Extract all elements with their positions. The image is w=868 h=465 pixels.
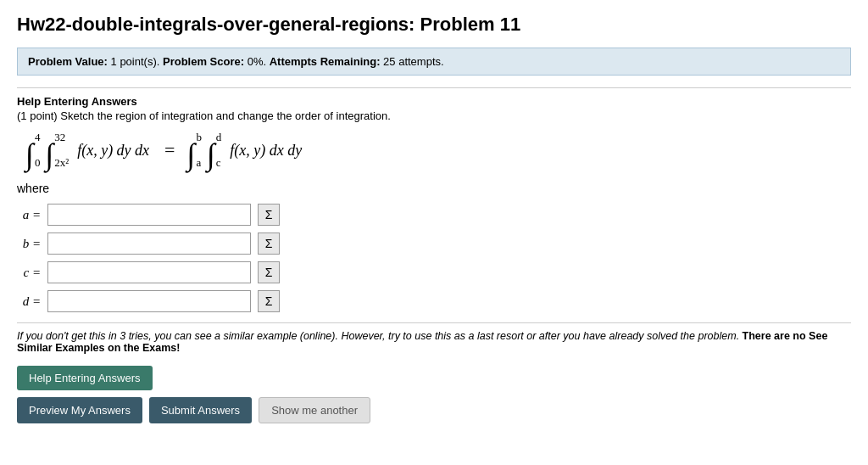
lower-limit-2: 2x²	[54, 156, 69, 170]
help-row: Help Entering Answers	[17, 366, 851, 390]
problem-score-label: Problem Score:	[163, 55, 244, 68]
sigma-button-c[interactable]: Σ	[258, 261, 280, 283]
field-label-b: b =	[17, 237, 41, 251]
limits-1: 4 0	[35, 131, 41, 170]
integral-symbol-4: ∫	[207, 139, 215, 170]
attempts-value: 25 attempts.	[383, 55, 444, 68]
note-body: If you don't get this in 3 tries, you ca…	[17, 330, 739, 342]
upper-limit-3: b	[196, 131, 202, 144]
field-row-d: d = Σ	[17, 290, 851, 312]
attempts-label: Attempts Remaining:	[270, 55, 381, 68]
info-bar: Problem Value: 1 point(s). Problem Score…	[17, 48, 851, 76]
buttons-row: Preview My Answers Submit Answers Show m…	[17, 397, 851, 423]
page-title: Hw22-double-integrals-over-general-regio…	[17, 14, 851, 36]
preview-button[interactable]: Preview My Answers	[17, 397, 142, 423]
math-display: ∫ 4 0 ∫ 32 2x² f(x, y) dy dx = ∫ b a ∫ d…	[25, 131, 851, 170]
problem-value-label: Problem Value:	[28, 55, 108, 68]
where-label: where	[17, 182, 851, 195]
upper-limit-1: 4	[35, 131, 41, 144]
show-another-button[interactable]: Show me another	[259, 397, 370, 423]
field-label-c: c =	[17, 266, 41, 280]
sigma-button-d[interactable]: Σ	[258, 290, 280, 312]
problem-value: 1 point(s).	[111, 55, 160, 68]
help-entering-button[interactable]: Help Entering Answers	[17, 366, 153, 390]
field-row-a: a = Σ	[17, 204, 851, 226]
limits-2: 32 2x²	[54, 131, 69, 170]
lower-limit-1: 0	[35, 156, 41, 170]
field-input-a[interactable]	[47, 204, 251, 226]
integral-group-4: ∫ d c	[207, 131, 221, 170]
problem-score: 0%.	[248, 55, 266, 68]
note-text: If you don't get this in 3 tries, you ca…	[17, 322, 851, 354]
problem-description: (1 point) Sketch the region of integrati…	[17, 109, 851, 122]
limits-4: d c	[216, 131, 222, 170]
lower-limit-3: a	[196, 156, 201, 170]
field-row-b: b = Σ	[17, 232, 851, 255]
integral-group-1: ∫ 4 0	[25, 131, 40, 170]
field-input-b[interactable]	[47, 232, 251, 255]
fields-section: a = Σ b = Σ c = Σ d = Σ	[17, 204, 851, 312]
upper-limit-4: d	[216, 131, 222, 144]
lower-limit-4: c	[216, 156, 221, 170]
function-text-2: f(x, y) dx dy	[230, 142, 302, 160]
integral-symbol-2: ∫	[45, 139, 53, 170]
integral-symbol-1: ∫	[25, 139, 34, 170]
limits-3: b a	[196, 131, 202, 170]
field-label-d: d =	[17, 294, 41, 309]
divider-top	[17, 87, 851, 88]
field-row-c: c = Σ	[17, 261, 851, 283]
field-input-c[interactable]	[47, 261, 251, 283]
sigma-button-a[interactable]: Σ	[258, 204, 280, 226]
function-text-1: f(x, y) dy dx	[77, 142, 149, 160]
field-label-a: a =	[17, 208, 41, 222]
integral-group-2: ∫ 32 2x²	[45, 131, 69, 170]
integral-group-3: ∫ b a	[187, 131, 202, 170]
submit-button[interactable]: Submit Answers	[149, 397, 252, 423]
field-input-d[interactable]	[47, 290, 251, 312]
equals-sign: =	[164, 139, 175, 161]
sigma-button-b[interactable]: Σ	[258, 232, 280, 255]
help-entering-title: Help Entering Answers	[17, 95, 851, 108]
upper-limit-2: 32	[54, 131, 65, 144]
integral-symbol-3: ∫	[187, 139, 196, 170]
